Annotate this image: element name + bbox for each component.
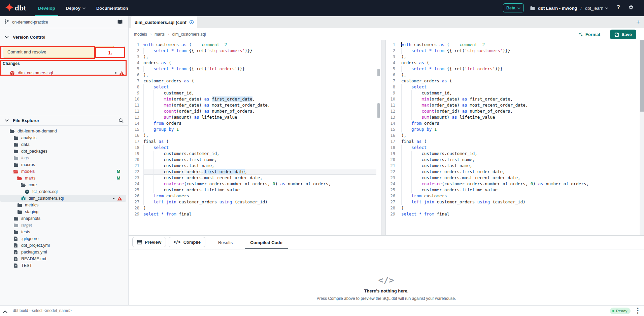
editor-tab[interactable]: dim_customers.sql (confli... (131, 16, 197, 28)
file-tree-item[interactable]: README.md (0, 255, 126, 262)
file-tree-item[interactable]: modelsM (0, 168, 126, 175)
code-line[interactable]: customer_orders.most_recent_order_date, (143, 175, 376, 181)
code-line[interactable]: count(order_id) as number_of_orders, (143, 108, 376, 114)
code-line[interactable]: customer_orders.most_recent_order_date, (401, 175, 638, 181)
code-line[interactable]: orders as ( (143, 60, 376, 66)
code-line[interactable]: select * from {{ ref('fct_orders')}} (401, 66, 638, 72)
file-tree-item[interactable]: tests (0, 229, 126, 235)
command-input[interactable]: dbt build --select <model_name> (13, 306, 72, 316)
code-line[interactable]: sum(amount) as lifetime_value (401, 114, 638, 120)
code-line[interactable]: max(order_date) as most_recent_order_dat… (401, 102, 638, 108)
code-area[interactable]: with customers as ( -- comment 2select *… (401, 42, 638, 217)
nav-documentation[interactable]: Documentation (92, 0, 133, 16)
code-line[interactable]: from customers (401, 193, 638, 199)
code-line[interactable]: customer_orders.first_order_date, (401, 169, 638, 175)
code-line[interactable]: from orders (143, 120, 376, 126)
code-line[interactable]: select * from {{ ref('stg_customers')}} (401, 48, 638, 54)
tab-results[interactable]: Results (209, 236, 241, 249)
code-line[interactable]: from customers (143, 193, 376, 199)
code-line[interactable]: ), (401, 54, 638, 60)
nav-develop[interactable]: Develop (33, 0, 60, 16)
code-area[interactable]: with customers as ( -- comment 2select *… (143, 42, 376, 217)
code-line[interactable]: with customers as ( -- comment 2 (401, 42, 638, 48)
file-tree-item[interactable]: logs (0, 155, 126, 161)
kebab-menu-icon[interactable]: ••• (637, 307, 639, 314)
code-line[interactable]: with customers as ( -- comment 2 (143, 42, 376, 48)
file-tree-item[interactable]: data (0, 141, 126, 148)
changed-file-item[interactable]: dim_customers.sql (0, 69, 128, 77)
file-tree-item[interactable]: .gitignore (0, 235, 126, 242)
file-tree-item[interactable]: macros (0, 161, 126, 168)
code-line[interactable]: left join customer_orders using (custome… (401, 199, 638, 205)
code-line[interactable]: select * from {{ ref('stg_customers')}} (143, 48, 376, 54)
commit-dropdown-button[interactable] (114, 46, 125, 57)
code-line[interactable]: group by 1 (401, 126, 638, 132)
code-line[interactable]: ) (143, 205, 376, 211)
code-line[interactable]: coalesce(customer_orders.number_of_order… (401, 181, 638, 187)
code-line[interactable]: ), (143, 54, 376, 60)
tab-compiled-code[interactable]: Compiled Code (241, 236, 291, 249)
file-tree-item[interactable]: fct_orders.sql (0, 188, 126, 195)
file-tree-item[interactable]: dbt-learn-on-demand (0, 128, 126, 134)
code-line[interactable]: ), (143, 132, 376, 139)
editor-scrollbar[interactable] (376, 40, 381, 235)
code-line[interactable]: ), (143, 72, 376, 78)
file-tree-item[interactable]: metrics (0, 202, 126, 208)
branch-row[interactable]: on-demand-practice (0, 16, 128, 28)
gear-icon[interactable] (628, 5, 634, 12)
version-control-section[interactable]: Version Control (0, 31, 128, 43)
commit-and-resolve-button[interactable]: Commit and resolve (3, 46, 114, 57)
code-line[interactable]: customer_orders.lifetime_value (401, 187, 638, 193)
file-tree-item[interactable]: packages.yml (0, 249, 126, 255)
code-line[interactable]: select * from final (401, 211, 638, 217)
code-line[interactable]: ) (401, 205, 638, 211)
code-line[interactable]: coalesce(customer_orders.number_of_order… (143, 181, 376, 187)
code-line[interactable]: min(order_date) as first_order_date, (401, 96, 638, 102)
file-tree-item[interactable]: dim_customers.sql (0, 195, 126, 202)
project-name[interactable]: dbt_learn (585, 6, 608, 11)
code-line[interactable]: customers.first_name, (401, 157, 638, 163)
beta-button[interactable]: Beta (503, 3, 524, 12)
code-line[interactable]: select (401, 84, 638, 90)
code-line[interactable]: sum(amount) as lifetime_value (143, 114, 376, 120)
code-line[interactable]: select (143, 145, 376, 151)
code-line[interactable]: select (401, 145, 638, 151)
file-tree-item[interactable]: snapshots (0, 215, 126, 222)
file-tree-item[interactable]: dbt_packages (0, 148, 126, 155)
file-tree-item[interactable]: target (0, 222, 126, 229)
code-line[interactable]: final as ( (143, 139, 376, 145)
code-line[interactable]: from orders (401, 120, 638, 126)
nav-deploy[interactable]: Deploy (61, 0, 90, 16)
code-line[interactable]: select * from final (143, 211, 376, 217)
code-line[interactable]: group by 1 (143, 126, 376, 132)
format-button[interactable]: Format (578, 31, 600, 38)
code-line[interactable]: min(order_date) as first_order_date, (143, 96, 376, 102)
file-tree-item[interactable]: staging (0, 208, 126, 215)
preview-button[interactable]: Preview (132, 237, 166, 247)
code-line[interactable]: customer_orders as ( (143, 78, 376, 84)
breadcrumb-item[interactable]: models (134, 32, 147, 37)
window-scrollbar[interactable] (640, 40, 644, 235)
chevron-up-icon[interactable] (3, 309, 7, 315)
editor-pane-left[interactable]: 1234567891011121314151617181920212223242… (129, 40, 381, 235)
account-project-switcher[interactable]: dbt Learn - mwong / dbt_learn (530, 0, 608, 16)
dbt-logo[interactable]: dbt (5, 3, 26, 13)
save-button[interactable]: Save (610, 30, 636, 39)
file-tree-item[interactable]: TEST (0, 262, 126, 269)
help-icon[interactable]: ? (617, 4, 620, 10)
code-line[interactable]: ), (401, 72, 638, 78)
code-line[interactable]: customer_id, (143, 90, 376, 96)
file-tree-item[interactable]: core (0, 182, 126, 188)
code-line[interactable]: customer_orders.first_order_date, (143, 169, 376, 175)
file-tree-item[interactable]: analysis (0, 134, 126, 141)
code-line[interactable]: customer_orders.lifetime_value (143, 187, 376, 193)
new-tab-plus-icon[interactable]: + (636, 18, 640, 26)
search-icon[interactable] (118, 118, 124, 124)
code-line[interactable]: select * from {{ ref('fct_orders')}} (143, 66, 376, 72)
code-line[interactable]: customers.customer_id, (143, 151, 376, 157)
code-line[interactable]: customers.customer_id, (401, 151, 638, 157)
code-line[interactable]: final as ( (401, 139, 638, 145)
editor-pane-right[interactable]: 1234567891011121314151617181920212223242… (386, 40, 640, 235)
code-line[interactable]: orders as ( (401, 60, 638, 66)
code-line[interactable]: customer_id, (401, 90, 638, 96)
